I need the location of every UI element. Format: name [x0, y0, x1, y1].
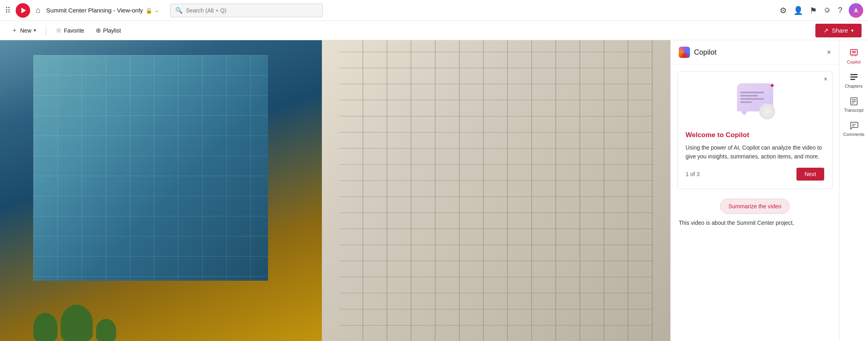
line-item: [740, 95, 758, 97]
chevron-down-icon: ⌄: [155, 8, 159, 13]
line-item: [740, 98, 764, 100]
page-indicator: 1 of 3: [686, 171, 700, 177]
illustration-image: ✦: [735, 81, 775, 121]
grid-icon[interactable]: ⠿: [5, 6, 11, 15]
dropdown-chevron: ▾: [34, 28, 36, 33]
line-item: [740, 101, 752, 103]
top-bar-icons: ⚙ 👤 ⚑ ⛭ ? A: [780, 3, 863, 18]
copilot-label: Copilot: [847, 60, 860, 64]
plus-icon: ＋: [11, 26, 18, 35]
video-area[interactable]: [0, 40, 670, 341]
comments-label: Comments: [843, 132, 864, 137]
line-item: [740, 92, 764, 93]
welcome-footer: 1 of 3 Next: [686, 168, 824, 181]
next-button[interactable]: Next: [796, 168, 824, 181]
share-icon: ↗: [823, 27, 829, 34]
share-button[interactable]: ↗ Share ▾: [815, 24, 862, 37]
transcript-icon: [849, 97, 859, 106]
top-bar: ⠿ ⌂ Summit Center Planning - View-only 🔒…: [0, 0, 868, 21]
bubble-tail: [741, 111, 747, 115]
circle-decoration: [759, 103, 775, 119]
svg-rect-8: [850, 76, 858, 78]
svg-rect-7: [850, 74, 858, 75]
video-thumbnail: [0, 40, 670, 341]
copilot-title-row: Copilot: [679, 47, 717, 58]
toolbar: ＋ New ▾ ☆ Favorite ⊕ Playlist ↗ Share ▾: [0, 21, 868, 40]
copilot-logo: [679, 47, 690, 58]
favorite-button[interactable]: ☆ Favorite: [51, 24, 89, 37]
gear-icon[interactable]: ⛭: [823, 6, 831, 15]
search-input[interactable]: [186, 7, 317, 14]
search-icon: 🔍: [175, 7, 183, 14]
divider: [46, 26, 46, 35]
stream-logo-button[interactable]: [16, 3, 30, 18]
lock-icon: 🔒: [145, 7, 152, 14]
chapters-icon: [849, 72, 859, 82]
comments-icon: [849, 121, 859, 130]
close-copilot-button[interactable]: ×: [827, 48, 831, 57]
playlist-button[interactable]: ⊕ Playlist: [91, 24, 126, 37]
new-button[interactable]: ＋ New ▾: [6, 24, 41, 37]
settings-icon[interactable]: ⚙: [780, 6, 787, 15]
summarize-button[interactable]: Summarize the video: [720, 199, 790, 214]
copilot-icon: [849, 48, 859, 58]
sparkle-icon: ✦: [769, 81, 775, 90]
transcript-label: Transcript: [844, 108, 864, 113]
close-welcome-card-button[interactable]: ×: [824, 76, 827, 83]
sidebar-item-chapters[interactable]: Chapters: [841, 69, 866, 92]
flag-icon[interactable]: ⚑: [810, 6, 817, 15]
people-icon[interactable]: 👤: [793, 6, 803, 15]
side-icons-panel: Copilot Chapters Transcript: [839, 40, 868, 341]
copilot-panel: Copilot × × ✦: [670, 40, 839, 341]
breadcrumb-title[interactable]: Summit Center Planning - View-only 🔒 ⌄: [46, 7, 159, 14]
svg-point-3: [852, 55, 853, 57]
welcome-body: Using the power of AI, Copilot can analy…: [686, 143, 824, 161]
sidebar-item-transcript[interactable]: Transcript: [841, 93, 866, 116]
home-icon[interactable]: ⌂: [36, 6, 41, 15]
main-content: Copilot × × ✦: [0, 40, 868, 341]
sidebar-item-comments[interactable]: Comments: [841, 117, 866, 140]
add-circle-icon: ⊕: [96, 27, 101, 34]
copilot-panel-title: Copilot: [694, 48, 717, 57]
summary-text: This video is about the Summit Center pr…: [677, 217, 833, 227]
svg-marker-0: [21, 8, 26, 13]
summarize-section: Summarize the video This video is about …: [671, 195, 839, 232]
svg-rect-9: [850, 79, 855, 80]
welcome-heading: Welcome to Copilot: [686, 131, 824, 139]
welcome-card: × ✦ Welcome to Copilot Using the powe: [677, 71, 833, 189]
share-chevron: ▾: [851, 28, 854, 33]
svg-point-4: [855, 55, 856, 57]
search-box[interactable]: 🔍: [170, 4, 323, 17]
welcome-content: Welcome to Copilot Using the power of AI…: [678, 128, 832, 189]
avatar[interactable]: A: [849, 3, 863, 18]
star-icon: ☆: [56, 27, 61, 34]
chapters-label: Chapters: [845, 84, 863, 88]
sidebar-item-copilot[interactable]: Copilot: [841, 45, 866, 68]
copilot-header: Copilot ×: [671, 40, 839, 65]
document-title: Summit Center Planning - View-only: [46, 7, 143, 14]
copilot-illustration: ✦: [678, 72, 832, 128]
help-icon[interactable]: ?: [838, 6, 842, 15]
